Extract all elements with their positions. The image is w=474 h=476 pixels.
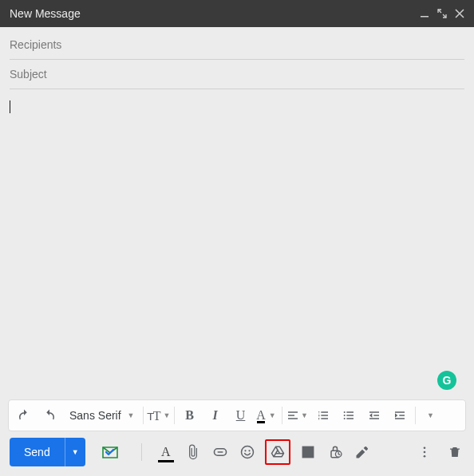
- svg-point-4: [241, 446, 253, 458]
- text-cursor: [10, 100, 10, 113]
- indent-more-button[interactable]: [388, 403, 412, 427]
- insert-drive-icon[interactable]: [268, 443, 287, 462]
- align-button[interactable]: ▼: [286, 403, 310, 427]
- window-controls: [420, 9, 464, 18]
- divider: [415, 407, 416, 424]
- insert-drive-highlight: [265, 439, 290, 465]
- divider: [143, 407, 144, 424]
- redo-button[interactable]: [38, 403, 61, 427]
- svg-rect-0: [421, 16, 429, 18]
- message-body-area[interactable]: G: [0, 89, 474, 399]
- svg-point-10: [424, 446, 426, 449]
- subject-input[interactable]: [10, 68, 464, 81]
- insert-link-icon[interactable]: [211, 443, 230, 462]
- underline-button[interactable]: U: [229, 403, 253, 427]
- numbered-list-button[interactable]: [311, 403, 335, 427]
- recipients-field[interactable]: [10, 30, 464, 60]
- discard-draft-icon[interactable]: [445, 443, 464, 462]
- fullscreen-icon[interactable]: [437, 9, 447, 18]
- more-options-icon[interactable]: [415, 443, 434, 462]
- chevron-down-icon: ▼: [128, 411, 135, 419]
- send-button[interactable]: Send: [10, 438, 65, 466]
- svg-point-6: [248, 450, 250, 451]
- send-group: Send ▼: [10, 438, 85, 466]
- header-fields: [0, 27, 474, 89]
- chevron-down-icon: ▼: [427, 411, 434, 419]
- font-family-select[interactable]: Sans Serif ▼: [63, 409, 140, 422]
- svg-point-2: [343, 415, 345, 416]
- attach-file-icon[interactable]: [184, 443, 203, 462]
- compose-window: New Message G: [0, 0, 474, 476]
- check-mail-icon[interactable]: [101, 443, 120, 462]
- confidential-mode-icon[interactable]: [326, 443, 345, 462]
- recipients-input[interactable]: [10, 38, 464, 51]
- svg-point-12: [424, 455, 426, 458]
- formatting-toolbar: Sans Serif ▼ ᴛT ▼ B I U A ▼ ▼: [8, 399, 466, 431]
- chevron-down-icon: ▼: [301, 411, 308, 419]
- window-title: New Message: [10, 7, 81, 20]
- font-size-button[interactable]: ᴛT ▼: [147, 403, 171, 427]
- italic-button[interactable]: I: [203, 403, 227, 427]
- more-formatting-button[interactable]: ▼: [419, 403, 443, 427]
- chevron-down-icon: ▼: [269, 411, 276, 419]
- divider: [282, 407, 282, 424]
- close-icon[interactable]: [455, 9, 464, 18]
- divider: [174, 407, 175, 424]
- insert-emoji-icon[interactable]: [238, 443, 257, 462]
- action-toolbar: Send ▼ A: [0, 435, 474, 476]
- insert-photo-icon[interactable]: [298, 443, 318, 462]
- svg-point-5: [244, 450, 246, 451]
- text-color-button[interactable]: A ▼: [255, 403, 278, 427]
- svg-point-3: [343, 418, 345, 419]
- grammarly-icon[interactable]: G: [437, 371, 456, 390]
- insert-signature-icon[interactable]: [353, 443, 372, 462]
- subject-field[interactable]: [10, 60, 464, 89]
- formatting-options-icon[interactable]: A: [156, 443, 176, 462]
- indent-less-button[interactable]: [362, 403, 386, 427]
- titlebar: New Message: [0, 0, 474, 27]
- insert-icons: A: [101, 439, 464, 465]
- bold-button[interactable]: B: [178, 403, 202, 427]
- svg-point-11: [424, 451, 426, 454]
- svg-point-1: [343, 411, 345, 413]
- send-options-button[interactable]: ▼: [65, 438, 85, 466]
- undo-button[interactable]: [12, 403, 36, 427]
- divider: [141, 443, 142, 461]
- chevron-down-icon: ▼: [163, 411, 170, 419]
- bulleted-list-button[interactable]: [337, 403, 361, 427]
- minimize-icon[interactable]: [420, 9, 429, 18]
